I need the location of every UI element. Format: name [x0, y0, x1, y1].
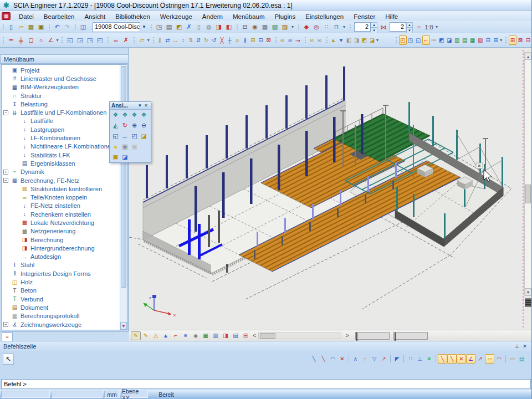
- snap-surface-icon[interactable]: ▽: [370, 354, 379, 364]
- join-member-icon[interactable]: ┼: [226, 35, 234, 45]
- show-loads-icon[interactable]: ≔: [430, 35, 438, 45]
- explode-member-icon[interactable]: ⊠: [265, 35, 273, 45]
- render-wireframe-icon[interactable]: ◰: [399, 35, 407, 45]
- clipboard-icon[interactable]: ▯: [194, 22, 204, 32]
- collapse-icon[interactable]: −: [3, 178, 8, 183]
- check-nodes-icon[interactable]: ↝: [294, 35, 302, 45]
- snap-node-icon[interactable]: ◨: [353, 35, 361, 45]
- model-3d-view[interactable]: x z: [129, 49, 524, 329]
- menu-werkzeuge[interactable]: Werkzeuge: [155, 12, 197, 21]
- rotate-view-icon[interactable]: ↻: [120, 121, 130, 130]
- copy-icon[interactable]: ◱: [65, 35, 75, 45]
- tree-item-lf-kombinationen[interactable]: ↓LF-Kombinationen: [2, 134, 121, 142]
- tree-item-dokument[interactable]: ▤Dokument: [2, 303, 121, 311]
- display-scale-icon[interactable]: 1:8: [424, 23, 434, 32]
- tree-item-struktur[interactable]: ∩Struktur: [2, 91, 121, 100]
- render-surface-icon[interactable]: ◳: [407, 35, 415, 45]
- calculation-icon[interactable]: ◨: [214, 22, 224, 32]
- collapse-icon[interactable]: −: [3, 322, 8, 327]
- align-node-icon[interactable]: ◧: [345, 35, 353, 45]
- close-icon[interactable]: ✕: [143, 103, 149, 108]
- hidden-line-icon[interactable]: ✎: [141, 331, 151, 340]
- view-rotation-grip[interactable]: [525, 298, 531, 307]
- tree-item-stabilit-ts-lfk[interactable]: ↓Stabilitäts-LFK: [2, 151, 121, 159]
- render-mode-icon[interactable]: ◆: [191, 331, 201, 340]
- save-icon[interactable]: ▣: [36, 22, 46, 32]
- visible-members-icon[interactable]: ◪: [139, 131, 149, 141]
- tree-item-berechnungsprotokoll[interactable]: ▦Berechnungsprotokoll: [2, 312, 121, 320]
- scroll-down-icon[interactable]: ▼: [525, 288, 531, 295]
- split-node-icon[interactable]: ◪: [369, 35, 376, 45]
- tree-scrollbar-thumb[interactable]: [121, 66, 126, 288]
- fast-draw-icon[interactable]: ⊟: [484, 35, 492, 45]
- disconnect-members-icon[interactable]: ∞: [287, 35, 294, 45]
- undo-icon[interactable]: ↶: [52, 22, 62, 32]
- view-direction-icon[interactable]: ⌐: [171, 331, 181, 340]
- rotate-member-icon[interactable]: ↔: [172, 35, 180, 45]
- activity-grid-icon[interactable]: ⊞: [241, 331, 250, 340]
- named-view-icon[interactable]: ▲: [161, 331, 171, 340]
- collapse-icon[interactable]: −: [3, 110, 8, 115]
- view-toolbar-title[interactable]: Ansi...: [111, 103, 137, 109]
- command-input[interactable]: Befehl >: [1, 379, 531, 389]
- connect-members-icon[interactable]: ∞: [279, 35, 287, 45]
- show-model-data-icon[interactable]: ⊞: [509, 35, 516, 45]
- tree-item-fe-netz-einstellen[interactable]: ↓FE-Netz einstellen: [2, 202, 121, 210]
- pin-icon[interactable]: ⊥: [513, 344, 521, 349]
- menu-men-baum[interactable]: Menübaum: [228, 12, 270, 21]
- circle-icon[interactable]: ○: [36, 35, 46, 45]
- tree-item-netzgenerierung[interactable]: ▩Netzgenerierung: [2, 227, 121, 236]
- show-supports-icon[interactable]: ⌐: [422, 35, 430, 45]
- zoom-selection-icon[interactable]: ◰: [130, 131, 139, 141]
- selection-cursor-button[interactable]: ↖: [3, 354, 14, 365]
- snap-tangent-icon[interactable]: ↗: [475, 354, 485, 364]
- open-folder-icon[interactable]: ▱: [137, 35, 147, 45]
- tree-item-projekt[interactable]: ▣Projekt: [2, 66, 121, 74]
- menu-hilfe[interactable]: Hilfe: [380, 12, 403, 21]
- render-solid-icon[interactable]: ◱: [415, 35, 422, 45]
- clip-box-icon[interactable]: ▣: [111, 152, 120, 162]
- catalog-icon[interactable]: ◩: [174, 22, 184, 32]
- layers-icon[interactable]: ▤: [164, 22, 174, 32]
- tree-item-verbund[interactable]: TVerbund: [2, 295, 121, 303]
- view-params-icon[interactable]: ≡: [181, 331, 191, 340]
- line-icon[interactable]: ━: [6, 35, 16, 45]
- viewport-vscrollbar[interactable]: ▲ ▼: [524, 52, 532, 296]
- mirror-member-icon[interactable]: ↕: [180, 35, 187, 45]
- project-selector-value[interactable]: 19008 Cool-Discou: [93, 22, 140, 32]
- redo-icon[interactable]: ↷: [62, 22, 72, 32]
- zoom-all-icon[interactable]: ↔: [120, 131, 130, 141]
- tree-item-nichtlineare-lf-kombinationen[interactable]: ↓Nichtlineare LF-Kombinationen: [2, 142, 121, 151]
- toolbar-overflow-icon[interactable]: ▾: [290, 24, 295, 29]
- mesh-icon[interactable]: ◍: [204, 22, 214, 32]
- toolbar-overflow-icon[interactable]: ▾: [341, 24, 347, 29]
- join-node-icon[interactable]: ◩: [361, 35, 369, 45]
- chevron-down-icon[interactable]: ▼: [137, 103, 143, 108]
- copy-member-icon[interactable]: ⇄: [164, 35, 172, 45]
- angle-icon[interactable]: ∠: [46, 35, 56, 45]
- cursor-step-icon[interactable]: ◤: [392, 354, 402, 364]
- viewport-vscrollbar-thumb[interactable]: [525, 185, 531, 203]
- tree-item-stahl[interactable]: IStahl: [2, 261, 121, 269]
- snap-table-icon[interactable]: ▤: [517, 354, 526, 364]
- snap-point-icon[interactable]: ↑: [360, 354, 370, 364]
- snap-parallel-icon[interactable]: ╲: [319, 354, 328, 364]
- preview-icon[interactable]: ◉: [250, 22, 260, 32]
- cut-member-icon[interactable]: ∦: [242, 35, 249, 45]
- tree-item-lokale-netzverdichtung[interactable]: ▩Lokale Netzverdichtung: [2, 218, 121, 227]
- delete-icon[interactable]: ✗: [121, 35, 131, 45]
- print-icon[interactable]: ⊟: [240, 22, 250, 32]
- snap-ortho-icon[interactable]: ✕: [424, 354, 434, 364]
- show-members-icon[interactable]: ▥: [453, 35, 461, 45]
- menu-plugins[interactable]: Plugins: [269, 12, 300, 21]
- align-member-icon[interactable]: ⊞: [249, 35, 257, 45]
- show-layers-icon[interactable]: ▦: [469, 35, 477, 45]
- tree-scroll-down-icon[interactable]: ▼: [120, 322, 127, 330]
- zoom-scrub-bar[interactable]: [393, 332, 428, 340]
- tree-item-lastf-lle[interactable]: ↓Lastfälle: [2, 117, 121, 125]
- snap-line-icon[interactable]: ╲: [309, 354, 319, 364]
- snap-midpoint-icon[interactable]: ╲: [447, 354, 457, 364]
- menu-tree-tab[interactable]: ≡: [2, 332, 13, 341]
- tree-item-lastgruppen[interactable]: ↓Lastgruppen: [2, 125, 121, 134]
- tree-item-dynamik[interactable]: +~Dynamik: [2, 168, 121, 176]
